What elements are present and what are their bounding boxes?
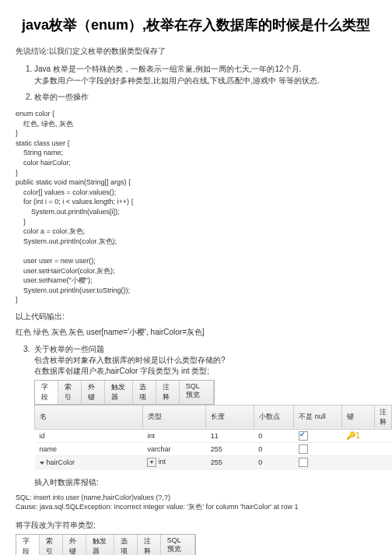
- intro-text: 先说结论:以我们定义枚举的数据类型保存了: [16, 46, 376, 57]
- tab-index[interactable]: 索引: [40, 535, 63, 555]
- key-icon: 🔑1: [346, 431, 360, 440]
- tab-fields[interactable]: 字段: [16, 535, 40, 555]
- th-type[interactable]: 类型: [142, 405, 205, 429]
- tab-fk[interactable]: 外键: [82, 381, 105, 404]
- dropdown-icon[interactable]: ▾: [147, 458, 156, 467]
- row-marker-icon: [40, 462, 44, 465]
- q3a: 关于枚举的一些问题: [34, 345, 104, 353]
- cell-nn[interactable]: [294, 455, 341, 469]
- page-title: java枚举（enum）,枚举在存入数据库的时候是什么类型: [16, 16, 376, 34]
- tab-trigger[interactable]: 触发器: [105, 381, 133, 404]
- th-nn[interactable]: 不是 null: [294, 405, 341, 429]
- cell-name[interactable]: hairColor: [35, 455, 143, 469]
- th-name[interactable]: 名: [35, 405, 143, 429]
- q3-number: 3.: [23, 345, 34, 353]
- cell-dec[interactable]: 0: [254, 429, 294, 442]
- q3c: 在数据库创建用户表,hairColor 字段类型为 int 类型;: [34, 367, 209, 375]
- cell-nn[interactable]: [294, 429, 341, 442]
- cell-type[interactable]: ▾int: [142, 455, 205, 469]
- cell-type[interactable]: int: [142, 429, 205, 442]
- table-row[interactable]: id int 11 0 🔑1: [35, 429, 392, 442]
- table-designer-tabs-2[interactable]: 字段 索引 外键 触发器 选项 注释 SQL 预览: [16, 534, 196, 555]
- cell-name[interactable]: id: [35, 429, 143, 442]
- cell-dec[interactable]: 0: [254, 442, 294, 455]
- tab-trigger[interactable]: 触发器: [86, 535, 114, 555]
- output-label: 以上代码输出:: [16, 311, 376, 322]
- insert-error-label: 插入时数据库报错:: [16, 477, 376, 488]
- tab-comment[interactable]: 注释: [156, 381, 180, 404]
- th-comment[interactable]: 注释: [375, 405, 392, 429]
- err-cause: Cause: java.sql.SQLException: Incorrect …: [16, 502, 376, 512]
- checkbox-icon[interactable]: [299, 444, 308, 454]
- table-designer-tabs[interactable]: 字段 索引 外键 触发器 选项 注释 SQL 预览: [34, 380, 215, 405]
- tab-sql[interactable]: SQL 预览: [161, 535, 195, 555]
- tab-index[interactable]: 索引: [58, 381, 82, 404]
- cell-type[interactable]: varchar: [142, 442, 205, 455]
- li1-text: Java 枚举是一个特殊的类，一般表示一组常量,例如一周的七天,一年的12个月.: [34, 65, 301, 73]
- cell-key: 🔑1: [341, 429, 374, 442]
- th-key[interactable]: 键: [341, 405, 374, 429]
- cell-dec[interactable]: 0: [254, 455, 294, 469]
- cell-len[interactable]: 255: [206, 455, 254, 469]
- li1b-text: 大多数用户一个字段的好多种类型,比如用户的在线,下线,匹配中,游戏中 等等的状态…: [34, 76, 320, 85]
- table-row[interactable]: name varchar 255 0: [35, 442, 392, 455]
- tab-sql[interactable]: SQL 预览: [180, 381, 214, 404]
- output-line: 红色 绿色 灰色 灰色 user[name='小樱', hairColor=灰色…: [16, 327, 376, 338]
- tab-comment[interactable]: 注释: [138, 535, 161, 555]
- tab-options[interactable]: 选项: [133, 381, 156, 404]
- code-block: enum color { 红色, 绿色, 灰色 } static class u…: [16, 109, 376, 305]
- tab-options[interactable]: 选项: [114, 535, 138, 555]
- table-row[interactable]: hairColor ▾int 255 0: [35, 455, 392, 469]
- fields-table-1: 名 类型 长度 小数点 不是 null 键 注释 id int 11 0 🔑1 …: [34, 405, 392, 469]
- question-3: 3.关于枚举的一些问题 包含枚举的对象存入数据库的时候是以什么类型存储的? 在数…: [16, 344, 376, 377]
- tab-fields[interactable]: 字段: [35, 381, 58, 404]
- err-sql: SQL: insert into user (name,hairColor)va…: [16, 493, 376, 503]
- cell-len[interactable]: 11: [206, 429, 254, 442]
- q3b: 包含枚举的对象存入数据库的时候是以什么类型存储的?: [34, 356, 226, 364]
- error-block: SQL: insert into user (name,hairColor)va…: [16, 493, 376, 512]
- tab-fk[interactable]: 外键: [63, 535, 86, 555]
- th-len[interactable]: 长度: [206, 405, 254, 429]
- list-item-1: Java 枚举是一个特殊的类，一般表示一组常量,例如一周的七天,一年的12个月.…: [34, 63, 376, 86]
- checkbox-icon[interactable]: [299, 431, 308, 441]
- checkbox-icon[interactable]: [299, 458, 308, 467]
- cell-len[interactable]: 255: [206, 442, 254, 455]
- change-label: 将字段改为字符串类型;: [16, 520, 376, 531]
- th-dec[interactable]: 小数点: [254, 405, 294, 429]
- list-item-2: 枚举的一些操作: [34, 91, 376, 103]
- cell-name[interactable]: name: [35, 442, 143, 455]
- cell-nn[interactable]: [294, 442, 341, 455]
